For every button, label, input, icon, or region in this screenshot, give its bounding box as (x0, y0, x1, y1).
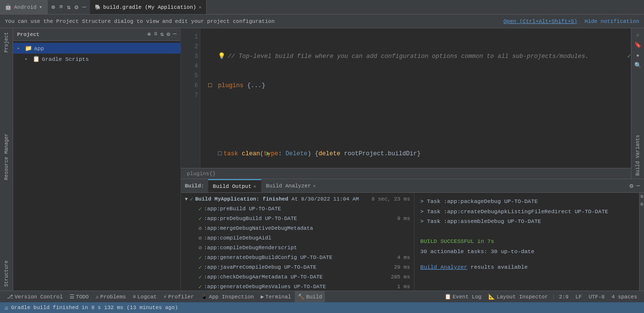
project-list-icon[interactable]: ≡ (154, 31, 157, 38)
status-version-control[interactable]: ⎇ Version Control (4, 291, 66, 302)
android-dropdown[interactable]: 🤖 Android ▾ (0, 0, 48, 14)
line-gutter-2: □ (208, 81, 218, 91)
status-encoding[interactable]: UTF-8 (586, 294, 608, 300)
check-icon-gendebug: ✓ (198, 254, 202, 262)
build-panel: Build: Build Output ✕ Build Analyzer ✕ ⚙… (181, 179, 644, 291)
gradle-status-icon: ☑ (5, 305, 8, 311)
sidebar-item-build-variants[interactable]: Build Variants (634, 132, 642, 179)
build-item-label-prebuild: :app:preBuild UP-TO-DATE (204, 205, 281, 213)
minimize-icon[interactable]: — (82, 3, 86, 11)
build-item-checkaarmetadata[interactable]: ✓ :app:checkDebugAarMetadata UP-TO-DATE … (181, 273, 414, 282)
bookmark-icon[interactable]: 🔖 (634, 41, 642, 49)
build-item-prebuild[interactable]: ✓ :app:preBuild UP-TO-DATE (181, 204, 414, 214)
build-settings-icon[interactable]: ⚙ (629, 182, 633, 190)
code-space (238, 149, 242, 159)
list-icon[interactable]: ≡ (59, 3, 63, 11)
status-indent[interactable]: 4 spaces (608, 294, 640, 300)
build-success-line2: 30 actionable tasks: 30 up-to-date (420, 247, 633, 257)
build-item-compileaidl[interactable]: ⊘ :app:compileDebugAidl (181, 234, 414, 243)
tree-item-gradle-scripts[interactable]: ▸ 📋 Gradle Scripts (13, 54, 180, 64)
sort-icon[interactable]: ⇅ (67, 3, 71, 11)
status-layout-inspector[interactable]: 📐 Layout Inspector (485, 294, 551, 300)
sidebar-item-resource-manager[interactable]: Resource Manager (2, 129, 11, 184)
keyword-type: type (264, 149, 278, 159)
star-icon[interactable]: ★ (636, 52, 639, 59)
project-tree: ▸ 📁 app ▸ 📋 Gradle Scripts (13, 41, 180, 291)
build-item-label-root: Build MyApplication: finished At 8/30/20… (195, 196, 359, 203)
status-line-ending[interactable]: LF (572, 294, 585, 300)
code-line-7: ▶ □ task clean ( type : Delete ) { delet… (208, 139, 631, 168)
spacer2 (420, 257, 633, 262)
version-control-icon: ⎇ (7, 294, 13, 300)
code-paren: ( (260, 149, 264, 159)
close-build-output-tab[interactable]: ✕ (253, 184, 256, 189)
layout-inspector-icon: 📐 (488, 294, 495, 300)
build-item-javaprecompile[interactable]: ✓ :app:javaPreCompileDebug UP-TO-DATE 29… (181, 263, 414, 273)
right-side-panel: ☆ 🔖 ★ 🔍 Build Variants (631, 28, 644, 179)
tab-build-analyzer[interactable]: Build Analyzer ✕ (261, 179, 321, 192)
status-problems[interactable]: ⚠ Problems (92, 291, 128, 302)
build-right-scrollbar: ≡ ≡ (639, 193, 644, 291)
build-item-root[interactable]: ▼ ✓ Build MyApplication: finished At 8/3… (181, 195, 414, 204)
status-profiler[interactable]: ⚡ Profiler (161, 291, 197, 302)
globe-icon[interactable]: ⊕ (52, 3, 55, 11)
settings-icon[interactable]: ⚙ (74, 3, 78, 11)
open-project-structure-link[interactable]: Open (Ctrl+Alt+Shift+S) (503, 18, 577, 24)
tab-build-analyzer-label: Build Analyzer (266, 183, 311, 189)
line-numbers: 1 2 3 4 5 6 7 (181, 28, 200, 168)
build-analyzer-link[interactable]: Build Analyzer (420, 264, 467, 270)
build-time-genres: 1 ms (397, 283, 410, 291)
status-problems-label: Problems (100, 294, 126, 300)
expand-arrow-app: ▸ (17, 45, 23, 51)
build-item-mergenative[interactable]: ⊘ :app:mergeDebugNativeDebugMetadata (181, 224, 414, 234)
status-logcat[interactable]: ≡ Logcat (130, 291, 160, 302)
search-icon[interactable]: 🔍 (634, 62, 642, 69)
project-expand-icon[interactable]: ⊕ (147, 31, 151, 38)
sidebar-item-structure[interactable]: Structure (2, 257, 11, 291)
status-build[interactable]: 🔨 Build (295, 291, 325, 302)
toolbar-icons: ⊕ ≡ ⇅ ⚙ — (48, 3, 90, 11)
filter-icon[interactable]: ≡ (640, 194, 644, 200)
build-minimize-icon[interactable]: — (636, 182, 640, 190)
status-app-inspection[interactable]: 📱 App Inspection (198, 291, 257, 302)
status-terminal[interactable]: ▶ Terminal (258, 291, 294, 302)
sidebar-item-project[interactable]: Project (2, 28, 11, 56)
status-profiler-label: Profiler (168, 294, 194, 300)
gradle-status-text: Gradle build finished in 8 s 132 ms (13 … (11, 305, 178, 311)
hide-notification-button[interactable]: Hide notification (585, 18, 639, 24)
editor-main: 1 2 3 4 5 6 7 💡 // Top-level build file … (181, 28, 631, 179)
favorites-icon[interactable]: ☆ (636, 31, 639, 38)
build-item-compilerenderscript[interactable]: ⊘ :app:compileDebugRenderscript (181, 243, 414, 253)
check-icon-predebug: ✓ (198, 215, 202, 223)
code-content[interactable]: 💡 // Top-level build file where you can … (200, 28, 631, 168)
tree-item-app[interactable]: ▸ 📁 app (13, 43, 180, 54)
code-plugins-braces: {...} (247, 81, 266, 91)
event-log-label: Event Log (453, 294, 482, 300)
status-event-log[interactable]: 📋 Event Log (442, 294, 484, 300)
indent-label: 4 spaces (611, 294, 637, 300)
close-tab-button[interactable]: ✕ (198, 4, 201, 10)
project-close-icon[interactable]: — (173, 31, 177, 38)
status-todo-label: TODO (76, 294, 89, 300)
project-settings-icon[interactable]: ⚙ (167, 31, 170, 38)
filter-icon2[interactable]: ≡ (640, 202, 644, 207)
status-cursor-pos[interactable]: 2:9 (556, 294, 572, 300)
status-todo[interactable]: ☰ TODO (67, 291, 91, 302)
expand-arrow-gradle: ▸ (25, 56, 31, 62)
check-icon-javapre: ✓ (198, 264, 202, 272)
tab-build-output[interactable]: Build Output ✕ (208, 179, 261, 192)
code-editor[interactable]: 1 2 3 4 5 6 7 💡 // Top-level build file … (181, 28, 631, 168)
code-gutter-square: □ (218, 149, 222, 159)
todo-icon: ☰ (70, 294, 74, 300)
code-colon: : (278, 149, 286, 159)
spacer (420, 227, 633, 233)
build-tabs-bar: Build: Build Output ✕ Build Analyzer ✕ ⚙… (181, 179, 644, 193)
file-tab-build-gradle[interactable]: 🐘 build.gradle (My Application) ✕ (90, 0, 207, 14)
editor-breadcrumb: plugins{} (187, 171, 215, 177)
build-item-predebugbuild[interactable]: ✓ :app:preDebugBuild UP-TO-DATE 9 ms (181, 214, 414, 224)
main-content: Project Resource Manager Structure Proje… (0, 28, 644, 291)
build-item-genresvalues[interactable]: ✓ :app:generateDebugResValues UP-TO-DATE… (181, 282, 414, 291)
close-build-analyzer-tab[interactable]: ✕ (313, 183, 316, 189)
build-item-gendebugbuild[interactable]: ✓ :app:generateDebugBuildConfig UP-TO-DA… (181, 253, 414, 263)
project-sort-icon[interactable]: ⇅ (160, 31, 163, 38)
